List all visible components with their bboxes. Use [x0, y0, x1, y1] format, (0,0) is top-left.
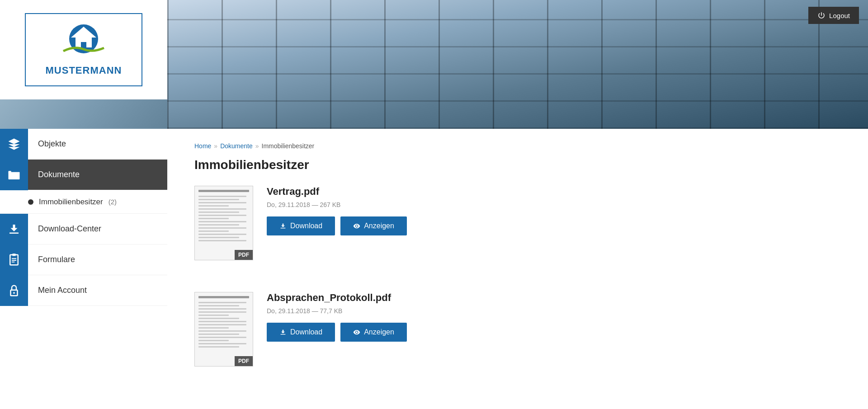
svg-rect-9 — [11, 176, 17, 177]
view-label-1: Anzeigen — [364, 222, 394, 230]
svg-rect-12 — [12, 254, 16, 256]
view-label-2: Anzeigen — [364, 328, 394, 336]
svg-rect-7 — [9, 173, 19, 178]
sidebar-icon-objekte — [0, 129, 28, 160]
sidebar-label-objekte: Objekte — [28, 139, 66, 149]
breadcrumb: Home » Dokumente » Immobilienbesitzer — [194, 142, 841, 150]
doc-info-2: Absprachen_Protokoll.pdf Do, 29.11.2018 … — [267, 292, 841, 342]
logout-label: Logout — [829, 12, 850, 19]
svg-rect-8 — [11, 174, 17, 175]
doc-meta-2: Do, 29.11.2018 — 77,7 KB — [267, 307, 841, 315]
logo-box: MUSTERMANN — [0, 0, 167, 99]
breadcrumb-sep2: » — [255, 142, 259, 150]
sidebar-item-download-center[interactable]: Download-Center — [0, 214, 167, 244]
doc-actions-1: Download Anzeigen — [267, 216, 841, 235]
page-title: Immobilienbesitzer — [194, 158, 841, 172]
logo-inner: MUSTERMANN — [25, 13, 142, 86]
logout-button[interactable]: Logout — [808, 7, 859, 24]
lock-icon — [7, 284, 21, 297]
document-item-2: PDF Absprachen_Protokoll.pdf Do, 29.11.2… — [194, 292, 841, 380]
breadcrumb-current: Immobilienbesitzer — [262, 142, 315, 150]
doc-meta-1: Do, 29.11.2018 — 267 KB — [267, 201, 841, 208]
doc-thumbnail-2: PDF — [194, 292, 253, 367]
sidebar-label-download-center: Download-Center — [28, 224, 101, 234]
sidebar-sub-item-immobilienbesitzer[interactable]: Immobilienbesitzer (2) — [0, 190, 167, 214]
doc-name-2: Absprachen_Protokoll.pdf — [267, 292, 841, 304]
header-facade — [167, 0, 868, 129]
folder-icon — [7, 168, 21, 182]
breadcrumb-sep1: » — [214, 142, 217, 150]
main-layout: Objekte Dokumente Immobilienbesitzer — [0, 129, 868, 409]
sidebar-icon-mein-account — [0, 275, 28, 306]
view-button-2[interactable]: Anzeigen — [340, 323, 407, 342]
view-button-1[interactable]: Anzeigen — [340, 216, 407, 235]
pdf-badge-2: PDF — [235, 356, 253, 366]
doc-info-1: Vertrag.pdf Do, 29.11.2018 — 267 KB Down… — [267, 186, 841, 235]
power-icon — [817, 11, 826, 19]
sidebar-item-mein-account[interactable]: Mein Account — [0, 275, 167, 306]
doc-thumb-preview-1 — [195, 186, 253, 247]
sidebar-label-mein-account: Mein Account — [28, 286, 87, 295]
doc-actions-2: Download Anzeigen — [267, 323, 841, 342]
sidebar-icon-formulare — [0, 244, 28, 275]
svg-rect-3 — [81, 42, 86, 47]
svg-rect-14 — [12, 260, 16, 261]
download-button-1[interactable]: Download — [267, 216, 335, 235]
logo-icon — [57, 23, 111, 59]
sub-label-immobilienbesitzer: Immobilienbesitzer — [39, 197, 103, 207]
download-center-icon — [7, 222, 21, 236]
breadcrumb-home[interactable]: Home — [194, 142, 211, 150]
svg-rect-18 — [281, 228, 286, 228]
content-area: Home » Dokumente » Immobilienbesitzer Im… — [167, 129, 868, 409]
sidebar-label-dokumente: Dokumente — [28, 170, 80, 179]
sub-dot — [28, 199, 33, 205]
download-button-2[interactable]: Download — [267, 323, 335, 342]
sidebar-item-formulare[interactable]: Formulare — [0, 244, 167, 275]
doc-thumb-preview-2 — [195, 292, 253, 353]
download-icon-2 — [279, 329, 287, 336]
svg-rect-13 — [12, 258, 16, 259]
sidebar-icon-dokumente — [0, 160, 28, 190]
sidebar: Objekte Dokumente Immobilienbesitzer — [0, 129, 167, 409]
breadcrumb-dokumente[interactable]: Dokumente — [220, 142, 253, 150]
svg-rect-19 — [281, 334, 286, 334]
doc-thumbnail-1: PDF — [194, 186, 253, 260]
download-icon-1 — [279, 222, 287, 230]
sidebar-item-objekte[interactable]: Objekte — [0, 129, 167, 160]
svg-point-17 — [13, 292, 15, 294]
clipboard-icon — [7, 253, 21, 267]
sub-badge-immobilienbesitzer: (2) — [108, 198, 117, 206]
sidebar-item-dokumente[interactable]: Dokumente — [0, 160, 167, 190]
download-label-2: Download — [290, 328, 322, 336]
svg-rect-10 — [9, 232, 19, 234]
view-icon-1 — [353, 222, 360, 230]
pdf-badge-1: PDF — [235, 250, 253, 260]
svg-rect-15 — [12, 261, 14, 262]
doc-name-1: Vertrag.pdf — [267, 186, 841, 197]
header: MUSTERMANN Logout — [0, 0, 868, 129]
sidebar-label-formulare: Formulare — [28, 255, 75, 264]
layers-icon — [7, 137, 21, 151]
view-icon-2 — [353, 329, 360, 336]
download-label-1: Download — [290, 222, 322, 230]
document-item-1: PDF Vertrag.pdf Do, 29.11.2018 — 267 KB … — [194, 186, 841, 274]
logo-text: MUSTERMANN — [39, 65, 128, 76]
sidebar-icon-download-center — [0, 214, 28, 244]
